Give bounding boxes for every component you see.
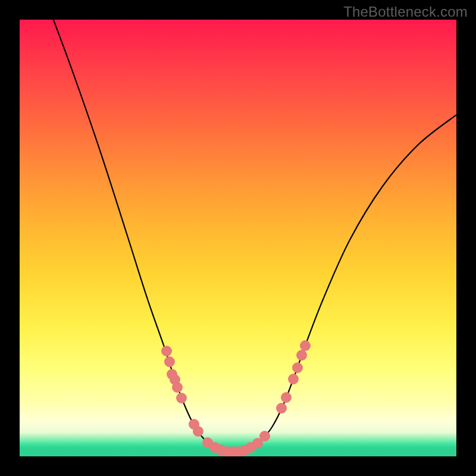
chart-svg <box>20 20 456 456</box>
plot-area <box>20 20 456 456</box>
data-dot <box>161 346 172 356</box>
bottleneck-curve <box>51 20 456 452</box>
data-dot <box>288 374 299 384</box>
data-dot <box>296 350 307 361</box>
data-dot <box>292 362 303 373</box>
data-dot <box>193 426 203 437</box>
data-dot <box>281 392 292 403</box>
data-dots-group <box>161 340 311 456</box>
data-dot <box>164 356 175 367</box>
data-dot <box>300 340 311 351</box>
data-dot <box>172 382 183 393</box>
chart-frame: TheBottleneck.com <box>0 0 476 476</box>
data-dot <box>276 403 287 414</box>
watermark-text: TheBottleneck.com <box>343 4 468 20</box>
data-dot <box>259 431 270 441</box>
data-dot <box>176 393 187 403</box>
